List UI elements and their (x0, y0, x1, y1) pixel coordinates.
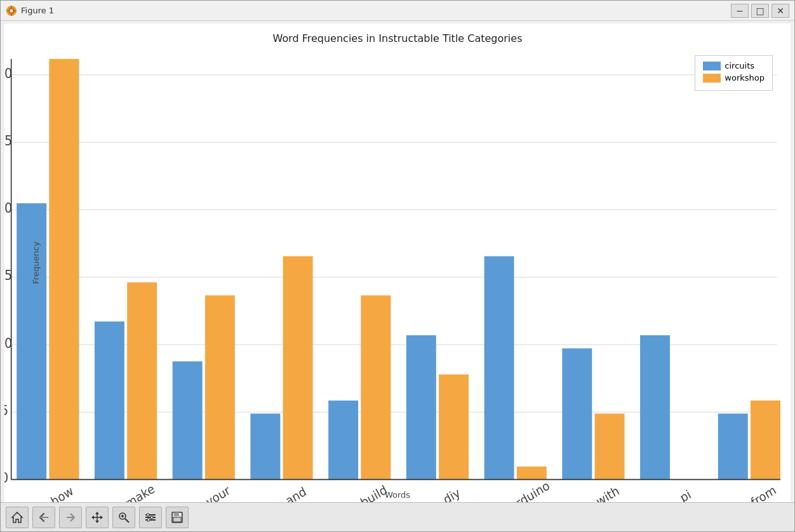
legend-label-workshop: workshop (725, 73, 765, 83)
bar-circuits-build (328, 401, 358, 480)
back-icon (37, 511, 50, 524)
bar-circuits-from (718, 413, 748, 479)
window-title: Figure 1 (21, 6, 54, 15)
legend-item-workshop: workshop (703, 73, 765, 83)
close-button[interactable]: ✕ (772, 4, 789, 18)
pan-icon (91, 511, 104, 524)
chart-area: Word Frequencies in Instructable Title C… (4, 23, 791, 502)
config-button[interactable] (139, 507, 162, 528)
maximize-button[interactable]: □ (751, 4, 769, 18)
svg-rect-48 (174, 512, 179, 516)
chart-title: Word Frequencies in Instructable Title C… (4, 23, 791, 44)
minimize-button[interactable]: − (731, 4, 749, 18)
svg-rect-50 (175, 519, 180, 521)
title-bar-left: Figure 1 (6, 5, 54, 17)
bar-chart: 0 5 10 15 20 25 30 how make (4, 44, 791, 502)
pan-button[interactable] (86, 507, 109, 528)
bar-circuits-make (95, 321, 124, 479)
main-window: Figure 1 − □ ✕ Word Frequencies in Instr… (0, 0, 795, 532)
save-button[interactable] (166, 507, 189, 528)
save-icon (171, 511, 184, 524)
config-icon (144, 511, 157, 524)
svg-text:and: and (283, 484, 309, 502)
svg-text:5: 5 (4, 403, 8, 418)
svg-point-2 (10, 9, 13, 12)
svg-rect-51 (179, 513, 180, 515)
svg-rect-43 (145, 519, 156, 521)
svg-line-38 (125, 519, 129, 522)
svg-marker-35 (91, 515, 94, 519)
legend-color-circuits (703, 62, 721, 70)
svg-text:pi: pi (678, 488, 693, 502)
bar-circuits-your (173, 361, 203, 479)
legend-item-circuits: circuits (703, 61, 765, 70)
bar-workshop-and (283, 256, 313, 480)
home-button[interactable] (6, 507, 29, 528)
chart-legend: circuits workshop (695, 55, 773, 91)
bar-workshop-diy (439, 375, 469, 480)
svg-point-45 (150, 516, 153, 519)
legend-label-circuits: circuits (725, 61, 754, 70)
svg-point-44 (147, 514, 149, 516)
svg-text:from: from (749, 483, 778, 502)
legend-color-workshop (703, 74, 721, 83)
bar-workshop-with (595, 413, 625, 479)
bar-workshop-how (49, 59, 79, 480)
toolbar (1, 502, 794, 531)
svg-text:arduino: arduino (507, 479, 552, 502)
y-axis-label: Frequency (31, 241, 41, 284)
svg-text:with: with (594, 484, 621, 502)
bar-workshop-make (127, 283, 157, 480)
svg-marker-33 (95, 512, 99, 514)
bar-workshop-your (205, 295, 235, 479)
home-icon (11, 511, 23, 524)
svg-text:diy: diy (441, 486, 463, 502)
bar-circuits-and (250, 413, 280, 479)
bar-workshop-build (361, 295, 391, 479)
svg-text:how: how (49, 484, 76, 502)
bar-workshop-arduino (517, 467, 547, 480)
x-axis-label: Words (385, 490, 410, 500)
title-bar: Figure 1 − □ ✕ (1, 1, 794, 21)
bar-workshop-from (751, 401, 780, 480)
zoom-button[interactable] (112, 507, 135, 528)
forward-icon (64, 511, 77, 524)
svg-text:make: make (123, 482, 157, 502)
svg-point-46 (147, 519, 150, 521)
forward-button[interactable] (59, 507, 82, 528)
back-button[interactable] (32, 507, 55, 528)
bar-circuits-pi (640, 335, 670, 479)
window-controls: − □ ✕ (731, 4, 789, 18)
bar-circuits-with (562, 349, 592, 480)
svg-marker-34 (95, 521, 99, 523)
app-icon (6, 5, 17, 17)
bar-circuits-diy (406, 335, 436, 479)
svg-text:your: your (204, 483, 233, 502)
zoom-icon (117, 511, 130, 524)
bar-circuits-arduino (484, 256, 514, 480)
svg-text:0: 0 (4, 470, 8, 486)
svg-marker-36 (100, 515, 103, 519)
